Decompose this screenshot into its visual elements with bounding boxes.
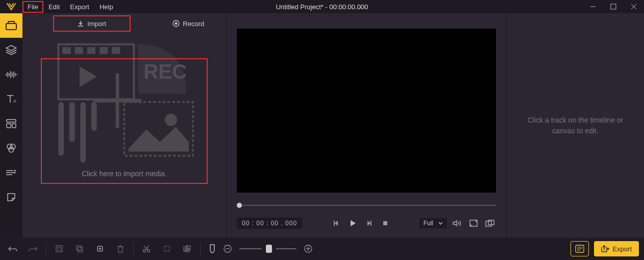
app-logo-icon xyxy=(0,0,22,13)
timeline-zoom-control xyxy=(209,241,316,256)
svg-rect-49 xyxy=(58,247,61,250)
menubar: File Edit Export Help Untitled Project* … xyxy=(0,0,644,13)
preview-scrubber[interactable] xyxy=(237,198,496,213)
undo-button[interactable] xyxy=(5,241,20,256)
delete-button[interactable] xyxy=(113,241,128,256)
zoom-out-button[interactable] xyxy=(220,241,235,256)
menu-edit[interactable]: Edit xyxy=(43,1,65,13)
minimize-button[interactable] xyxy=(583,0,603,13)
prev-frame-button[interactable] xyxy=(330,217,342,229)
record-label: Record xyxy=(183,20,204,28)
svg-rect-4 xyxy=(6,23,16,30)
close-button[interactable] xyxy=(624,0,644,13)
next-frame-button[interactable] xyxy=(363,217,375,229)
menu-export[interactable]: Export xyxy=(65,1,94,13)
import-hint-text: Click here to import media. xyxy=(82,170,167,178)
zoom-slider-handle[interactable] xyxy=(266,245,272,253)
zoom-in-button[interactable] xyxy=(301,241,316,256)
svg-rect-32 xyxy=(112,47,120,54)
export-icon xyxy=(601,245,609,252)
svg-point-21 xyxy=(9,147,14,152)
properties-hint: Click a track on the timeline or canvas … xyxy=(507,115,644,136)
svg-rect-63 xyxy=(184,247,188,251)
properties-panel: Click a track on the timeline or canvas … xyxy=(506,13,644,238)
import-drop-area[interactable]: REC Click here to import media. xyxy=(41,58,208,184)
record-tab[interactable]: Record xyxy=(151,13,227,34)
play-button[interactable] xyxy=(346,217,359,229)
svg-rect-44 xyxy=(383,221,387,225)
svg-point-59 xyxy=(147,250,150,252)
tool-media[interactable] xyxy=(0,13,22,38)
redo-button[interactable] xyxy=(26,241,41,256)
svg-rect-29 xyxy=(75,47,83,54)
svg-rect-48 xyxy=(56,246,62,252)
svg-rect-35 xyxy=(69,102,75,142)
tool-templates[interactable] xyxy=(0,111,22,136)
group-button[interactable] xyxy=(92,241,108,256)
chevron-down-icon xyxy=(438,222,443,225)
tool-audio[interactable] xyxy=(0,62,22,87)
svg-text:REC: REC xyxy=(143,60,187,83)
main-area: A Import Record xyxy=(0,13,644,238)
svg-rect-37 xyxy=(91,102,97,131)
svg-rect-17 xyxy=(7,124,11,128)
zoom-track-right[interactable] xyxy=(276,248,296,249)
svg-rect-18 xyxy=(12,124,16,128)
bottom-toolbar: Export xyxy=(0,238,644,260)
crop-button[interactable] xyxy=(52,241,67,256)
export-label: Export xyxy=(612,245,632,253)
record-icon xyxy=(172,20,180,27)
volume-button[interactable] xyxy=(451,217,463,229)
media-panel: Import Record REC xyxy=(22,13,227,238)
svg-point-58 xyxy=(143,250,146,252)
tool-filters[interactable] xyxy=(0,136,22,160)
svg-rect-50 xyxy=(77,246,81,250)
stop-button[interactable] xyxy=(379,217,391,229)
zoom-track-left[interactable] xyxy=(239,248,262,249)
preview-panel: 00 : 00 : 00 . 000 Full xyxy=(227,13,506,238)
scrub-playhead[interactable] xyxy=(237,203,242,208)
svg-rect-36 xyxy=(80,102,86,162)
tool-layers[interactable] xyxy=(0,38,22,62)
import-label: Import xyxy=(87,20,106,28)
tool-text[interactable]: A xyxy=(0,87,22,111)
svg-rect-51 xyxy=(78,247,83,252)
preview-controls: 00 : 00 : 00 . 000 Full xyxy=(237,213,496,233)
fullscreen-button[interactable] xyxy=(484,217,496,229)
svg-rect-1 xyxy=(611,4,616,9)
tool-stickers[interactable] xyxy=(0,185,22,209)
import-icon xyxy=(77,20,84,27)
duplicate-button[interactable] xyxy=(72,241,87,256)
svg-point-41 xyxy=(165,114,177,126)
import-graphic-icon: REC xyxy=(42,39,207,170)
svg-rect-31 xyxy=(100,47,108,54)
svg-point-26 xyxy=(175,22,178,25)
window-controls xyxy=(583,0,644,13)
svg-rect-64 xyxy=(186,246,190,250)
preview-zoom-select[interactable]: Full xyxy=(419,218,447,228)
scrub-track[interactable] xyxy=(237,205,496,206)
svg-rect-34 xyxy=(58,102,64,156)
tool-transitions[interactable] xyxy=(0,160,22,185)
save-project-button[interactable] xyxy=(571,241,589,256)
cut-button[interactable] xyxy=(139,241,154,256)
arrange-button[interactable] xyxy=(180,241,195,256)
snapshot-button[interactable] xyxy=(467,217,480,229)
svg-rect-55 xyxy=(118,247,122,252)
svg-rect-30 xyxy=(87,47,95,54)
preview-canvas[interactable] xyxy=(237,29,496,193)
split-button[interactable] xyxy=(159,241,175,256)
svg-rect-62 xyxy=(164,246,169,251)
preview-zoom-label: Full xyxy=(424,220,433,227)
svg-point-20 xyxy=(10,144,15,149)
export-button[interactable]: Export xyxy=(594,241,639,256)
svg-rect-16 xyxy=(7,120,16,122)
marker-icon[interactable] xyxy=(209,244,216,253)
sidebar: A xyxy=(0,13,22,238)
maximize-button[interactable] xyxy=(603,0,624,13)
svg-rect-28 xyxy=(62,47,70,54)
import-tab[interactable]: Import xyxy=(53,15,131,32)
menu-file[interactable]: File xyxy=(22,1,43,13)
menu-help[interactable]: Help xyxy=(94,1,118,13)
preview-timecode: 00 : 00 : 00 . 000 xyxy=(237,218,302,229)
